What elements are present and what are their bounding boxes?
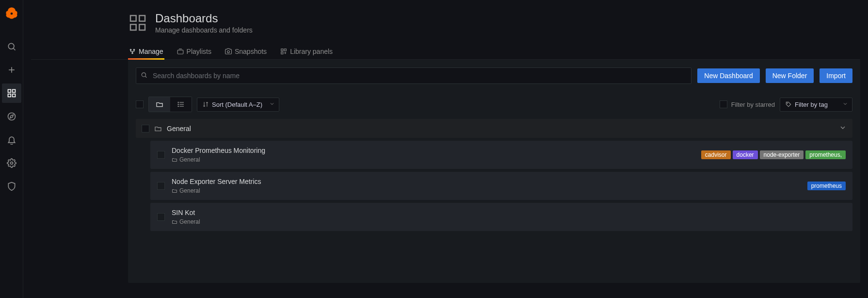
import-button[interactable]: Import [820, 68, 852, 83]
svg-point-20 [227, 50, 230, 53]
side-nav [0, 0, 23, 298]
nav-dashboards-icon[interactable] [2, 83, 21, 103]
nav-alerting-icon[interactable] [2, 130, 21, 149]
svg-rect-7 [8, 94, 11, 97]
dashboard-tag[interactable]: prometheus, [805, 150, 846, 159]
tab-manage[interactable]: Manage [128, 44, 164, 59]
dashboard-item[interactable]: SIN Kot General [150, 203, 852, 231]
svg-point-9 [8, 113, 15, 120]
tab-label: Snapshots [235, 48, 267, 55]
dashboard-title: Node Exporter Server Metrics [172, 178, 801, 185]
dashboard-tag[interactable]: prometheus [807, 182, 846, 190]
svg-rect-12 [130, 16, 136, 21]
sort-label: Sort (Default A–Z) [212, 101, 262, 108]
svg-line-2 [13, 49, 15, 50]
svg-rect-23 [281, 52, 283, 54]
tab-label: Library panels [290, 48, 333, 55]
chevron-down-icon [269, 101, 275, 108]
grafana-logo[interactable] [2, 4, 21, 23]
view-toggle [148, 97, 192, 112]
search-input[interactable] [136, 67, 691, 84]
filter-tag-label: Filter by tag [795, 101, 828, 108]
svg-point-16 [130, 49, 131, 50]
nav-config-icon[interactable] [2, 153, 21, 173]
view-folders-button[interactable] [149, 97, 170, 112]
dashboard-title: Docker Prometheus Monitoring [172, 147, 694, 154]
dashboard-tag[interactable]: cadvisor [701, 150, 731, 159]
tab-label: Manage [139, 48, 163, 55]
svg-point-0 [10, 12, 13, 16]
dashboard-tags: cadvisordockernode-exporterprometheus, [701, 150, 846, 159]
dashboard-checkbox[interactable] [157, 213, 165, 221]
svg-point-11 [10, 162, 13, 165]
svg-point-34 [787, 103, 788, 103]
svg-rect-22 [284, 49, 286, 51]
page-title: Dashboards [155, 12, 253, 25]
dashboard-folder: General [172, 218, 839, 225]
dashboard-folder: General [172, 187, 801, 194]
svg-rect-19 [177, 50, 183, 54]
svg-point-31 [178, 102, 178, 102]
svg-rect-13 [139, 16, 145, 21]
tabs: Manage Playlists Snapshots Library panel… [31, 38, 860, 60]
filter-tag-select[interactable]: Filter by tag [780, 98, 852, 112]
tab-library-panels[interactable]: Library panels [279, 44, 334, 59]
tab-playlists[interactable]: Playlists [176, 44, 212, 59]
page-header: Dashboards Manage dashboards and folders [31, 0, 860, 38]
svg-point-33 [178, 106, 178, 106]
svg-rect-14 [130, 24, 136, 30]
sort-select[interactable]: Sort (Default A–Z) [197, 98, 279, 112]
chevron-down-icon [839, 124, 847, 133]
nav-search-icon[interactable] [2, 37, 21, 56]
svg-rect-8 [12, 94, 15, 97]
filter-starred-checkbox[interactable] [720, 100, 727, 108]
tab-snapshots[interactable]: Snapshots [224, 44, 268, 59]
filters-row: Sort (Default A–Z) Filter by starred Fil… [136, 97, 852, 112]
nav-create-icon[interactable] [2, 60, 21, 80]
svg-point-18 [132, 52, 133, 53]
folder-header[interactable]: General [136, 119, 852, 138]
nav-explore-icon[interactable] [2, 107, 21, 126]
page-subtitle: Manage dashboards and folders [155, 26, 253, 34]
dashboard-tags: prometheus [807, 182, 846, 190]
folder-name: General [167, 125, 191, 132]
dashboard-checkbox[interactable] [157, 182, 165, 190]
svg-point-17 [133, 49, 134, 50]
dashboard-list: General Docker Prometheus Monitoring Gen… [136, 119, 852, 231]
tab-label: Playlists [187, 48, 211, 55]
svg-point-32 [178, 104, 178, 104]
new-dashboard-button[interactable]: New Dashboard [697, 68, 759, 83]
dashboard-title: SIN Kot [172, 209, 839, 216]
svg-rect-21 [281, 49, 283, 51]
folder-checkbox[interactable] [142, 125, 149, 132]
dashboards-icon [128, 13, 147, 33]
svg-rect-5 [8, 90, 11, 93]
svg-rect-15 [139, 24, 145, 30]
toolbar: New Dashboard New Folder Import [136, 67, 852, 84]
dashboard-folder: General [172, 156, 694, 163]
svg-point-1 [8, 43, 14, 49]
dashboard-tag[interactable]: docker [733, 150, 758, 159]
nav-admin-icon[interactable] [2, 177, 21, 196]
dashboard-tag[interactable]: node-exporter [760, 150, 804, 159]
dashboard-item[interactable]: Docker Prometheus Monitoring General cad… [150, 141, 852, 169]
filter-starred-label: Filter by starred [731, 101, 775, 108]
new-folder-button[interactable]: New Folder [766, 68, 814, 83]
dashboard-item[interactable]: Node Exporter Server Metrics General pro… [150, 172, 852, 200]
chevron-down-icon [842, 101, 848, 108]
folder-icon [154, 125, 162, 132]
svg-marker-10 [10, 115, 13, 118]
content-panel: New Dashboard New Folder Import Sort (De… [128, 60, 860, 283]
dashboard-checkbox[interactable] [157, 151, 165, 159]
svg-rect-6 [12, 90, 15, 93]
main-content: Dashboards Manage dashboards and folders… [23, 0, 868, 298]
view-list-button[interactable] [170, 97, 192, 112]
filter-starred[interactable]: Filter by starred [720, 100, 775, 108]
select-all-checkbox[interactable] [136, 100, 144, 108]
